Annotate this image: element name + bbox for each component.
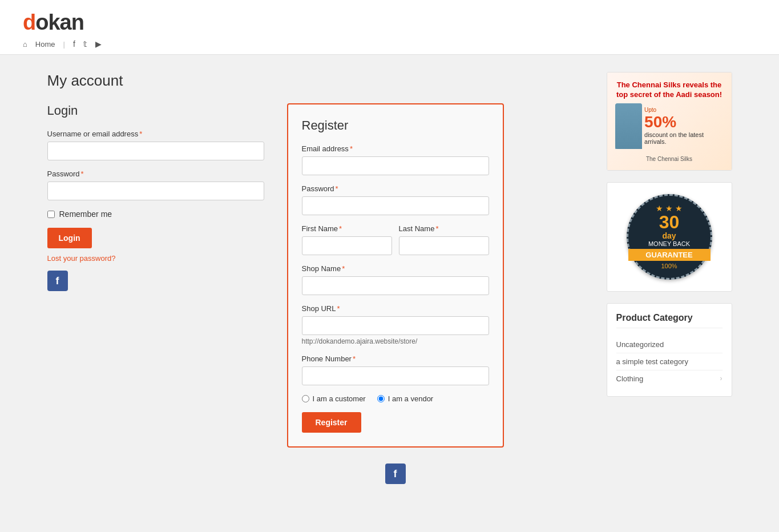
logo-rest: okan [35, 10, 84, 34]
category-label: Uncategorized [616, 340, 664, 349]
dark-badge: ★ ★ ★ 30 day MONEY BACK GUARANTEE 100% [627, 194, 712, 280]
login-password-group: Password* [47, 170, 264, 200]
remember-checkbox[interactable] [47, 211, 55, 218]
shopurl-hint: http://dokandemo.ajaira.website/store/ [302, 337, 489, 345]
register-lastname-input[interactable] [399, 236, 489, 255]
ad-title: The Chennai Silks reveals the top secret… [615, 80, 724, 100]
vendor-option[interactable]: I am a vendor [377, 394, 434, 403]
page-wrap: My account Login Username or email addre… [25, 55, 755, 501]
register-email-input[interactable] [302, 156, 489, 175]
firstname-required: * [339, 224, 342, 233]
category-label: Clothing [616, 374, 644, 383]
account-cols: Login Username or email address* Passwor… [47, 103, 590, 484]
shopurl-required: * [337, 304, 340, 313]
product-category-box: Product Category Uncategorized a simple … [607, 303, 732, 397]
register-firstname-input[interactable] [302, 236, 392, 255]
register-phone-input[interactable] [302, 366, 489, 385]
lost-password-link[interactable]: Lost your password? [47, 254, 264, 263]
home-icon: ⌂ [23, 40, 27, 49]
product-category-title: Product Category [616, 313, 723, 328]
register-password-group: Password* [302, 184, 489, 215]
login-fb-button[interactable]: f [47, 271, 68, 291]
ribbon: GUARANTEE [628, 249, 711, 261]
logo-d: d [23, 10, 35, 34]
vendor-label: I am a vendor [388, 394, 434, 403]
category-item-simple-test[interactable]: a simple test category [616, 353, 723, 370]
register-shopname-input[interactable] [302, 276, 489, 295]
register-fb-wrap: f [287, 456, 504, 484]
register-col: Register Email address* Password* [287, 103, 504, 484]
phone-required: * [353, 354, 356, 363]
register-button[interactable]: Register [302, 412, 361, 433]
sidebar: The Chennai Silks reveals the top secret… [607, 72, 732, 484]
ad-banner: The Chennai Silks reveals the top secret… [607, 72, 732, 170]
register-password-input[interactable] [302, 196, 489, 215]
sidebar-ad: The Chennai Silks reveals the top secret… [607, 72, 732, 171]
register-email-label: Email address* [302, 144, 489, 153]
login-password-label: Password* [47, 170, 264, 178]
register-shopurl-input[interactable] [302, 316, 489, 335]
category-label: a simple test category [616, 357, 688, 366]
shopname-required: * [342, 264, 345, 273]
login-username-label: Username or email address* [47, 130, 264, 138]
register-shopurl-group: Shop URL* http://dokandemo.ajaira.websit… [302, 304, 489, 345]
login-password-input[interactable] [47, 182, 264, 200]
remember-row: Remember me [47, 209, 264, 219]
guarantee-days: 30 [659, 213, 680, 231]
login-username-group: Username or email address* [47, 130, 264, 160]
customer-option[interactable]: I am a customer [302, 394, 366, 403]
name-row: First Name* Last Name* [302, 224, 489, 264]
category-item-clothing[interactable]: Clothing › [616, 370, 723, 387]
register-section-title: Register [302, 118, 489, 133]
register-lastname-label: Last Name* [399, 224, 489, 233]
nav-youtube[interactable]: ▶ [95, 39, 102, 49]
site-header: dokan ⌂ Home | f 𝕥 ▶ [0, 0, 779, 55]
nav-twitter[interactable]: 𝕥 [83, 39, 87, 49]
register-firstname-label: First Name* [302, 224, 392, 233]
ad-discount: 50% [644, 113, 723, 131]
guarantee-day-word: day [662, 231, 676, 240]
register-fb-button[interactable]: f [385, 464, 406, 484]
register-email-group: Email address* [302, 144, 489, 175]
guarantee-money: MONEY BACK [648, 240, 690, 247]
guarantee-wrap: ★ ★ ★ 30 day MONEY BACK GUARANTEE 100% [607, 182, 732, 292]
nav-facebook[interactable]: f [73, 39, 75, 49]
main-content: My account Login Username or email addre… [47, 72, 590, 484]
ad-discount-text: discount on the latest arrivals. [644, 131, 723, 145]
register-firstname-group: First Name* [302, 224, 392, 255]
register-shopurl-label: Shop URL* [302, 304, 489, 313]
email-required: * [350, 144, 353, 153]
login-button[interactable]: Login [47, 228, 92, 248]
nav-sep-1: | [63, 40, 65, 49]
login-section-title: Login [47, 103, 264, 118]
remember-label[interactable]: Remember me [59, 209, 112, 219]
customer-radio[interactable] [302, 395, 309, 402]
register-password-label: Password* [302, 184, 489, 193]
role-radio-row: I am a customer I am a vendor [302, 394, 489, 403]
password-required: * [81, 170, 84, 178]
vendor-radio[interactable] [377, 395, 385, 402]
register-box: Register Email address* Password* [287, 103, 504, 448]
login-username-input[interactable] [47, 142, 264, 160]
register-phone-label: Phone Number* [302, 354, 489, 363]
register-shopname-group: Shop Name* [302, 264, 489, 295]
nav-home[interactable]: Home [35, 40, 55, 49]
category-item-uncategorized[interactable]: Uncategorized [616, 336, 723, 353]
login-col: Login Username or email address* Passwor… [47, 103, 264, 484]
lastname-required: * [435, 224, 438, 233]
customer-label: I am a customer [313, 394, 366, 403]
username-required: * [139, 130, 142, 138]
chevron-right-icon: › [720, 374, 723, 382]
register-shopname-label: Shop Name* [302, 264, 489, 273]
ad-brand: The Chennai Silks [615, 156, 724, 162]
page-title: My account [47, 72, 590, 90]
reg-password-required: * [336, 184, 338, 193]
site-logo[interactable]: dokan [23, 10, 756, 35]
site-nav: ⌂ Home | f 𝕥 ▶ [23, 39, 756, 49]
register-phone-group: Phone Number* [302, 354, 489, 385]
guarantee-pct: 100% [661, 263, 677, 269]
register-lastname-group: Last Name* [399, 224, 489, 255]
